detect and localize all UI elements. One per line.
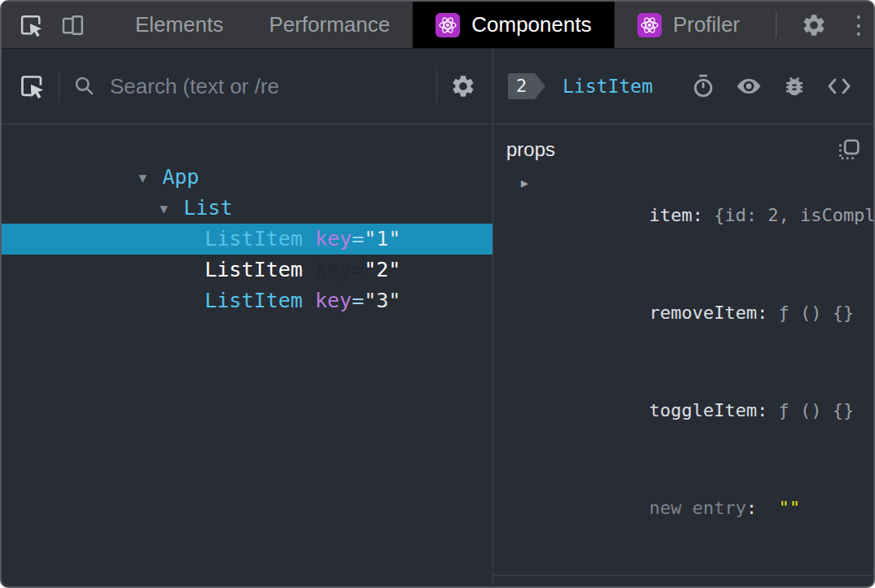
- inspect-cursor-icon: [18, 72, 46, 100]
- colon: :: [746, 498, 757, 518]
- toolbar-left-icons: [18, 12, 86, 38]
- devtools-toolbar: Elements Performance Components: [2, 2, 873, 49]
- new-entry-value[interactable]: "": [778, 498, 800, 518]
- search-icon: [72, 74, 97, 98]
- owners-count-badge: 2: [508, 73, 535, 99]
- prop-row-toggleitem[interactable]: toggleItem: ƒ () {}: [506, 362, 860, 460]
- prop-row-new-entry[interactable]: new entry: "": [506, 460, 860, 557]
- component-name: ListItem: [205, 227, 303, 250]
- inspect-element-button[interactable]: [18, 12, 44, 38]
- tab-label: Components: [471, 12, 591, 37]
- devtools-window: Elements Performance Components: [0, 0, 875, 588]
- key-attribute: key: [315, 227, 352, 250]
- expander-down-icon[interactable]: ▾: [160, 194, 184, 224]
- prop-value: {id: 2, isComplete: t…: [714, 205, 875, 225]
- toolbar-divider: [59, 70, 59, 102]
- details-header-icons: [691, 73, 852, 99]
- key-attribute: key: [315, 258, 352, 281]
- tab-label: Performance: [269, 12, 390, 37]
- toolbar-divider: [436, 70, 437, 102]
- inspect-dom-button[interactable]: [735, 74, 763, 98]
- component-name: ListItem: [205, 258, 303, 281]
- copy-icon: [838, 138, 860, 161]
- key-value: "3": [364, 289, 400, 312]
- copy-props-button[interactable]: [838, 138, 860, 161]
- expander-spacer: [182, 224, 205, 255]
- component-tree: ▾App ▾List ListItem key="1" ListItem key…: [2, 124, 492, 586]
- inspect-cursor-icon: [18, 12, 44, 38]
- colon: :: [692, 205, 702, 225]
- gear-icon: [450, 73, 476, 99]
- toolbar-divider: [776, 13, 777, 37]
- tab-performance[interactable]: Performance: [246, 2, 413, 48]
- equals-sign: =: [352, 227, 364, 250]
- details-header: 2 ListItem: [493, 49, 873, 124]
- expander-down-icon[interactable]: ▾: [139, 163, 163, 194]
- equals-sign: =: [352, 258, 364, 281]
- tab-label: Elements: [135, 12, 223, 37]
- tree-settings-button[interactable]: [450, 73, 476, 99]
- key-value: "2": [364, 258, 400, 281]
- react-logo-icon: [637, 13, 662, 37]
- debug-log-button[interactable]: [782, 74, 807, 98]
- colon: :: [757, 303, 768, 323]
- gear-icon: [801, 12, 827, 38]
- component-details-panel: 2 ListItem: [493, 49, 873, 586]
- equals-sign: =: [352, 289, 364, 312]
- tree-toolbar: [2, 49, 492, 124]
- prop-name: item: [649, 205, 692, 225]
- key-value: "1": [364, 227, 400, 250]
- select-element-button[interactable]: [18, 72, 46, 100]
- bug-icon: [782, 74, 807, 98]
- device-toolbar-icon: [60, 12, 86, 38]
- kebab-menu-icon: ⋮: [847, 13, 871, 37]
- react-logo-icon: [435, 13, 460, 37]
- device-toolbar-button[interactable]: [60, 12, 86, 38]
- prop-name: toggleItem: [649, 400, 756, 420]
- colon: :: [757, 400, 768, 420]
- stopwatch-icon: [691, 73, 715, 99]
- expander-spacer: [182, 286, 205, 317]
- expander-right-icon[interactable]: ▸: [521, 167, 528, 199]
- search-bar: [72, 74, 423, 99]
- hooks-section: hooks Callback(handleDelete): ƒ () {}: [493, 576, 873, 588]
- tab-elements[interactable]: Elements: [112, 2, 246, 48]
- component-name: App: [163, 165, 199, 189]
- code-brackets-icon: [826, 74, 852, 98]
- selected-component-title: ListItem: [562, 76, 653, 97]
- props-section: props ▸item: {id: 2, isComplete: t…: [493, 124, 873, 576]
- key-attribute: key: [315, 289, 352, 312]
- expander-spacer: [182, 255, 205, 286]
- tree-row-app[interactable]: ▾App: [2, 131, 492, 162]
- more-options-button[interactable]: ⋮: [838, 13, 875, 37]
- prop-value: ƒ () {}: [778, 303, 854, 323]
- prop-row-item[interactable]: ▸item: {id: 2, isComplete: t…: [506, 167, 860, 264]
- tab-components[interactable]: Components: [413, 2, 614, 48]
- component-name: ListItem: [205, 289, 303, 312]
- prop-name: removeItem: [649, 303, 756, 323]
- search-input[interactable]: [110, 74, 423, 99]
- profile-render-button[interactable]: [691, 73, 715, 99]
- devtools-body: ▾App ▾List ListItem key="1" ListItem key…: [2, 49, 873, 586]
- tab-label: Profiler: [673, 12, 740, 37]
- component-name: List: [184, 196, 233, 220]
- tab-profiler[interactable]: Profiler: [615, 2, 763, 48]
- toolbar-right-icons: ⋮: [763, 12, 875, 38]
- new-entry-label[interactable]: new entry: [649, 498, 746, 518]
- settings-button[interactable]: [790, 12, 838, 38]
- prop-row-removeitem[interactable]: removeItem: ƒ () {}: [506, 264, 860, 362]
- eye-icon: [735, 74, 763, 98]
- prop-value: ƒ () {}: [778, 400, 854, 420]
- view-source-button[interactable]: [826, 74, 852, 98]
- components-tree-panel: ▾App ▾List ListItem key="1" ListItem key…: [2, 49, 493, 586]
- props-section-title: props: [506, 138, 555, 161]
